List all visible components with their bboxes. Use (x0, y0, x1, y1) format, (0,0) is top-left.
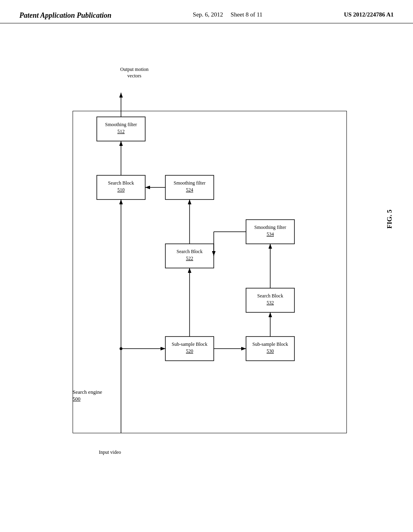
search-engine-box (73, 111, 347, 433)
page-header: Patent Application Publication Sep. 6, 2… (0, 0, 413, 23)
output-motion-text: Output motion vectors (120, 66, 148, 79)
input-label: Input video (99, 449, 121, 456)
search-engine-num: 500 (73, 396, 81, 402)
search-engine-label: Search engine 500 (73, 389, 102, 403)
search-engine-text: Search engine (73, 389, 102, 395)
output-label: Output motion vectors (120, 66, 148, 79)
diagram-area: Output motion vectors Input video Search… (40, 62, 371, 486)
header-left: Patent Application Publication (19, 11, 111, 20)
header-right: US 2012/224786 A1 (344, 11, 394, 18)
fig-label: FIG. 5 (386, 210, 394, 229)
header-center: Sep. 6, 2012 Sheet 8 of 11 (193, 11, 263, 18)
header-date: Sep. 6, 2012 (193, 11, 223, 18)
header-sheet: Sheet 8 of 11 (231, 11, 263, 18)
